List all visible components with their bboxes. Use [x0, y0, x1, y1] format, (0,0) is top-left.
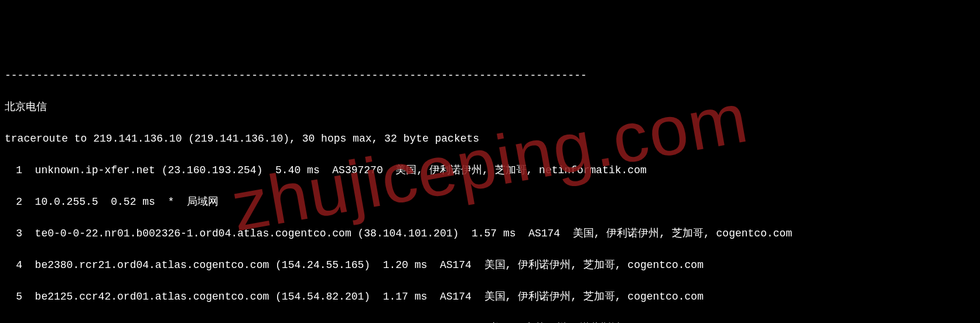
- hop-row: 3 te0-0-0-22.nr01.b002326-1.ord04.atlas.…: [5, 226, 975, 242]
- hop-number: 3: [5, 226, 22, 242]
- hop-details: be2125.ccr42.ord01.atlas.cogentco.com (1…: [22, 291, 704, 303]
- hop-number: 6: [5, 321, 22, 323]
- hop-details: te0-0-0-22.nr01.b002326-1.ord04.atlas.co…: [22, 228, 792, 239]
- location-label: 北京电信: [5, 99, 975, 115]
- hop-row: 4 be2380.rcr21.ord04.atlas.cogentco.com …: [5, 257, 975, 273]
- divider-line: ----------------------------------------…: [5, 68, 975, 84]
- hop-row: 1 unknown.ip-xfer.net (23.160.193.254) 5…: [5, 163, 975, 178]
- hop-details: unknown.ip-xfer.net (23.160.193.254) 5.4…: [22, 164, 647, 176]
- hop-details: be2380.rcr21.ord04.atlas.cogentco.com (1…: [22, 259, 704, 271]
- hop-row: 5 be2125.ccr42.ord01.atlas.cogentco.com …: [5, 289, 975, 305]
- hop-number: 4: [5, 257, 22, 273]
- hop-number: 2: [5, 194, 22, 210]
- hop-details: 10.0.255.5 0.52 ms * 局域网: [22, 196, 218, 208]
- hop-row: 2 10.0.255.5 0.52 ms * 局域网: [5, 194, 975, 210]
- hop-row: 6 be2832.ccr22.mci01.atlas.cogentco.com …: [5, 321, 975, 323]
- hop-number: 1: [5, 163, 22, 178]
- traceroute-header: traceroute to 219.141.136.10 (219.141.13…: [5, 131, 975, 147]
- hop-number: 5: [5, 289, 22, 305]
